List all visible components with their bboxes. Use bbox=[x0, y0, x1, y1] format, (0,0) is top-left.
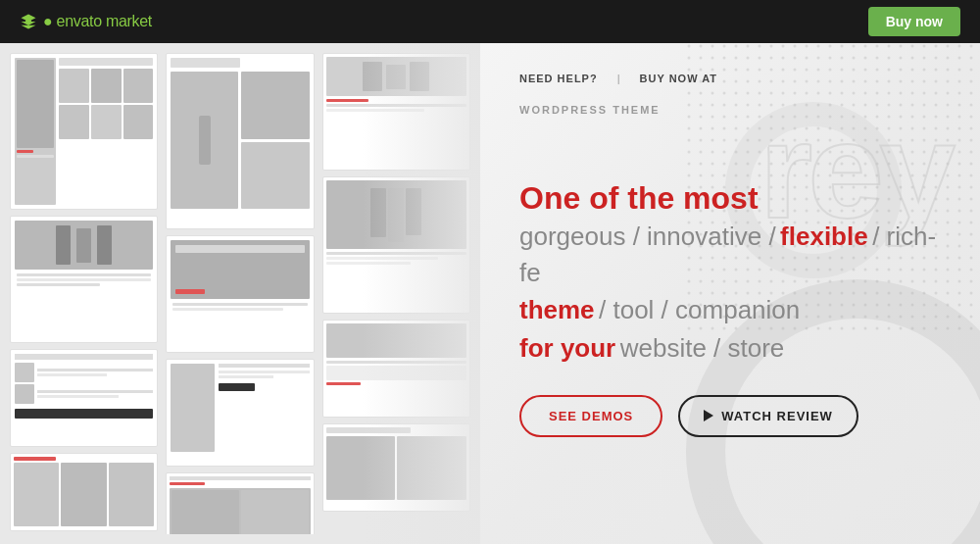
need-help-link[interactable]: NEED HELP? bbox=[519, 73, 598, 84]
screenshots-panel bbox=[0, 43, 480, 544]
thumb-product-detail bbox=[166, 359, 314, 467]
thumb-extra3 bbox=[322, 423, 470, 512]
content-nav-links: NEED HELP? | BUY NOW AT bbox=[519, 73, 941, 84]
top-navigation: ● envato market Buy now bbox=[0, 0, 980, 43]
hero-line3-rest: / tool / companion bbox=[599, 295, 800, 324]
hero-line4-accent: for your bbox=[519, 333, 615, 363]
hero-line4-rest: website / store bbox=[620, 333, 785, 363]
see-demos-button[interactable]: SEE DEMOS bbox=[519, 395, 662, 437]
screenshot-col-2 bbox=[166, 53, 314, 534]
logo-text: ● envato market bbox=[43, 13, 152, 30]
hero-line2-accent: flexible bbox=[780, 222, 868, 251]
svg-point-0 bbox=[25, 19, 31, 25]
thumb-blog bbox=[322, 176, 470, 314]
hero-content: One of the most gorgeous / innovative / … bbox=[519, 179, 941, 366]
screenshots-columns bbox=[0, 43, 480, 544]
thumb-extra1 bbox=[10, 453, 158, 531]
watch-review-button[interactable]: WATCH REVIEW bbox=[678, 395, 858, 437]
hero-line3: theme / tool / companion bbox=[519, 292, 941, 327]
hero-line1: One of the most bbox=[519, 179, 941, 217]
buy-now-button[interactable]: Buy now bbox=[868, 7, 960, 36]
screenshot-col-3 bbox=[322, 53, 470, 534]
logo[interactable]: ● envato market bbox=[20, 13, 152, 30]
content-panel: rey NEED HELP? | BUY NOW AT WORDPRESS TH… bbox=[480, 43, 980, 544]
thumb-clothing bbox=[10, 216, 158, 343]
main-wrapper: rey NEED HELP? | BUY NOW AT WORDPRESS TH… bbox=[0, 43, 980, 544]
play-icon bbox=[704, 410, 713, 421]
hero-line3-accent: theme bbox=[519, 295, 595, 324]
nav-separator: | bbox=[617, 73, 620, 84]
thumb-extra2 bbox=[166, 472, 314, 534]
screenshot-col-1 bbox=[10, 53, 158, 534]
hero-line4: for your website / store bbox=[519, 330, 941, 366]
wp-theme-label: WORDPRESS THEME bbox=[519, 104, 941, 116]
thumb-contact bbox=[322, 320, 470, 418]
thumb-listing bbox=[10, 349, 158, 447]
thumb-lookbook bbox=[166, 53, 314, 229]
hero-line2-plain: gorgeous / innovative / bbox=[519, 222, 776, 251]
thumb-editorial bbox=[166, 235, 314, 353]
watch-review-label: WATCH REVIEW bbox=[721, 409, 833, 423]
thumb-category bbox=[322, 53, 470, 171]
thumb-fashion-shop bbox=[10, 53, 158, 210]
buy-now-at-link[interactable]: BUY NOW AT bbox=[640, 73, 717, 84]
envato-icon bbox=[20, 13, 37, 30]
hero-buttons: SEE DEMOS WATCH REVIEW bbox=[519, 395, 941, 437]
hero-line2: gorgeous / innovative / flexible / rich-… bbox=[519, 219, 941, 290]
